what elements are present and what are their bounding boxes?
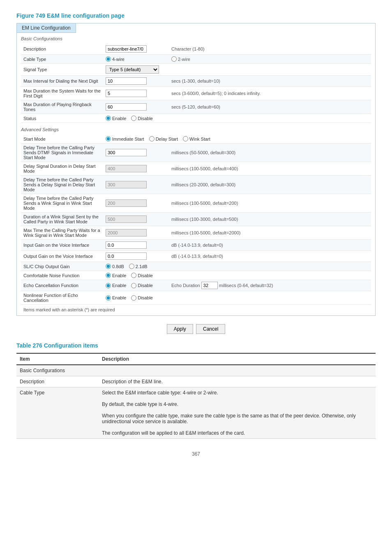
radio-0.8db-label: 0.8dB [112, 264, 124, 269]
row-description: Description of the E&M line. [99, 376, 376, 387]
description-input[interactable] [106, 45, 147, 53]
start-mode-radio-group: Immediate Start Delay Start Wink Start [106, 136, 369, 141]
wink-duration-input[interactable] [106, 216, 147, 223]
delay-called-delay-input[interactable] [106, 181, 147, 188]
cancel-button[interactable]: Cancel [196, 324, 225, 334]
hint-text [169, 114, 371, 123]
input-cell: Enable Disable [103, 114, 169, 123]
radio-immediate-input[interactable] [106, 136, 111, 141]
table-row: Delay Time before the Called Party Sends… [21, 176, 371, 194]
radio-delay-start[interactable]: Delay Start [149, 136, 178, 141]
table-row: Cable Type Select the E&M interface cabl… [16, 387, 376, 439]
radio-label: 4-wire [112, 57, 125, 62]
input-cell [103, 144, 169, 162]
config-items-table: Item Description Basic Configurations De… [16, 353, 376, 439]
input-gain-input[interactable] [106, 241, 147, 249]
radio-delay-input[interactable] [149, 136, 154, 141]
radio-wink-label: Wink Start [189, 137, 210, 141]
radio-noise-disable-label: Disable [138, 273, 153, 278]
figure-title: Figure 749 E&M line configuration page [16, 12, 376, 19]
hint-text [169, 271, 371, 280]
hint-text: secs (1-300, default=10) [169, 76, 371, 87]
field-label: Start Mode [21, 134, 103, 144]
radio-nonlinear-enable[interactable]: Enable [106, 295, 126, 301]
col-header-item: Item [16, 353, 99, 365]
radio-wink-input[interactable] [183, 136, 188, 141]
table-row: Echo Cancellation Function Enable Disabl… [21, 280, 371, 291]
hint-text: millisecs (100-5000, default=400) [169, 162, 371, 176]
field-label: Description [21, 44, 103, 55]
radio-0.8db-input[interactable] [106, 264, 111, 269]
nonlinear-radio-group: Enable Disable [106, 295, 166, 301]
radio-2wire[interactable] [171, 56, 177, 62]
radio-echo-enable[interactable]: Enable [106, 283, 126, 288]
delay-called-wink-input[interactable] [106, 199, 147, 207]
button-row: Apply Cancel [16, 324, 376, 334]
row-item: Description [16, 376, 99, 387]
field-label: Max Duration the System Waits for the Fi… [21, 87, 103, 100]
field-label: Status [21, 114, 103, 123]
radio-nonlinear-disable-input[interactable] [131, 295, 136, 301]
row-item: Basic Configurations [16, 365, 99, 376]
radio-noise-disable-input[interactable] [131, 273, 136, 278]
radio-echo-disable-input[interactable] [131, 283, 136, 288]
radio-item-2wire[interactable]: 2-wire [171, 56, 190, 62]
radio-delay-label: Delay Start [156, 137, 178, 141]
table-row: Max Time the Calling Party Waits for a W… [21, 226, 371, 240]
table-row: Basic Configurations [16, 365, 376, 376]
row-description [99, 365, 376, 376]
slc-chip-radio-group: 0.8dB 2.1dB [106, 264, 166, 269]
radio-wink-start[interactable]: Wink Start [183, 136, 210, 141]
field-label: Echo Cancellation Function [21, 280, 103, 291]
radio-item-4wire[interactable]: 4-wire [106, 56, 125, 62]
config-body: Basic Configurations Description Charact… [17, 33, 375, 315]
radio-noise-enable[interactable]: Enable [106, 273, 126, 278]
radio-disable-label: Disable [138, 116, 153, 121]
field-label: Cable Type [21, 55, 103, 64]
col-header-description: Description [99, 353, 376, 365]
radio-nonlinear-disable[interactable]: Disable [131, 295, 153, 301]
output-gain-input[interactable] [106, 253, 147, 260]
max-duration-first-input[interactable] [106, 90, 147, 97]
radio-0.8db[interactable]: 0.8dB [106, 264, 124, 269]
radio-disable[interactable]: Disable [131, 116, 153, 121]
wink-wait-input[interactable] [106, 229, 147, 236]
hint-text: secs (3-600/0, default=5); 0 indicates i… [169, 87, 371, 100]
radio-disable-input[interactable] [131, 116, 136, 121]
table-row: Comfortable Noise Function Enable Disabl… [21, 271, 371, 280]
field-label: Delay Time before the Called Party Sends… [21, 194, 103, 213]
field-label: Input Gain on the Voice Interface [21, 240, 103, 251]
radio-2.1db[interactable]: 2.1dB [129, 264, 148, 269]
radio-nonlinear-enable-input[interactable] [106, 295, 111, 301]
radio-enable-input[interactable] [106, 116, 111, 121]
panel-tab[interactable]: EM Line Configuration [17, 23, 76, 33]
echo-duration-hint: millisecs (0-64, default=32) [219, 283, 273, 288]
delay-signal-input[interactable] [106, 165, 147, 172]
radio-2.1db-input[interactable] [129, 264, 134, 269]
radio-noise-enable-input[interactable] [106, 273, 111, 278]
radio-4wire[interactable] [106, 56, 111, 62]
basic-section-label: Basic Configurations [21, 36, 371, 41]
hint-text: millisecs (100-3000, default=500) [169, 213, 371, 226]
max-interval-input[interactable] [106, 77, 147, 85]
table-header-row: Item Description [16, 353, 376, 365]
field-label: Max Time the Calling Party Waits for a W… [21, 226, 103, 240]
dtmf-delay-input[interactable] [106, 149, 147, 156]
apply-button[interactable]: Apply [167, 324, 193, 334]
radio-noise-disable[interactable]: Disable [131, 273, 153, 278]
radio-immediate[interactable]: Immediate Start [106, 136, 144, 141]
radio-echo-enable-input[interactable] [106, 283, 111, 288]
field-label: Delay Signal Duration in Delay Start Mod… [21, 162, 103, 176]
hint-text: millisecs (50-5000, default=300) [169, 144, 371, 162]
echo-radio-group: Enable Disable [106, 283, 166, 288]
radio-enable[interactable]: Enable [106, 116, 126, 121]
max-duration-ringback-input[interactable] [106, 103, 147, 111]
echo-duration-input[interactable] [201, 282, 218, 289]
signal-type-select[interactable]: Type 5 (default) [106, 65, 159, 74]
input-cell: 4-wire [103, 55, 169, 64]
radio-echo-disable[interactable]: Disable [131, 283, 153, 288]
input-cell [103, 251, 169, 262]
hint-text: 2-wire [169, 55, 371, 64]
radio-echo-disable-label: Disable [138, 283, 153, 288]
advanced-section-label: Advanced Settings [21, 127, 371, 132]
